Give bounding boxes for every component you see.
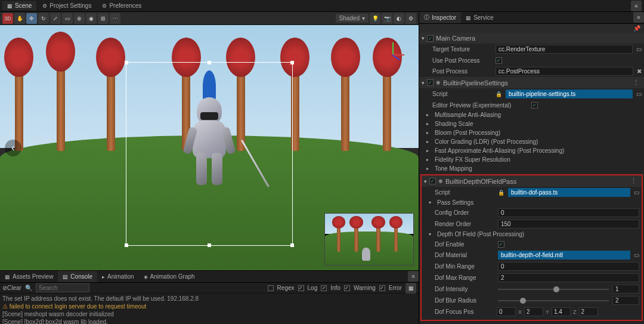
- asset-picker-icon[interactable]: ▭: [636, 91, 642, 97]
- prop-label: Dof Intensity: [435, 286, 494, 292]
- builtin-pipeline-header[interactable]: ▾ ❋ BuiltinPipelineSettings ⋮: [419, 77, 644, 88]
- console-search[interactable]: [36, 283, 89, 292]
- tab-preferences[interactable]: ⚙Preferences: [97, 1, 146, 10]
- dof-blur-radius-input[interactable]: [612, 296, 639, 305]
- dof-blur-radius-slider[interactable]: [498, 297, 609, 304]
- dof-min-range-input[interactable]: [498, 262, 639, 271]
- log-checkbox[interactable]: [298, 285, 304, 291]
- tab-animation-graph[interactable]: ◈Animation Graph: [139, 271, 200, 282]
- config-order-input[interactable]: [498, 208, 639, 217]
- scene-canvas[interactable]: ‹: [0, 25, 419, 270]
- asset-picker-icon[interactable]: ▭: [636, 46, 642, 53]
- error-checkbox[interactable]: [379, 285, 385, 291]
- pin-icon[interactable]: 📌: [633, 25, 640, 32]
- node-header[interactable]: ▾ Main Camera: [419, 33, 644, 44]
- light-toggle[interactable]: 💡: [370, 13, 380, 24]
- settings-toggle[interactable]: ⚙: [405, 13, 416, 24]
- dof-enable-checkbox[interactable]: [498, 241, 504, 248]
- dof-pass-header[interactable]: ▾ ❋ BuiltinDepthOfFieldPass ⋮: [422, 175, 642, 187]
- chevron-down-icon: ▾: [362, 15, 365, 21]
- tool-hand[interactable]: ✋: [14, 13, 25, 24]
- bottom-panel: ▦Assets Preview ▤Console ▸Animation ◈Ani…: [0, 270, 419, 324]
- console-body[interactable]: The set IP address does not exist. The d…: [0, 294, 419, 324]
- component-menu[interactable]: ⋮: [630, 79, 642, 87]
- focus-pos-w[interactable]: [579, 307, 598, 316]
- pass-settings-header[interactable]: ▾Pass Settings: [422, 198, 642, 207]
- script-field[interactable]: [506, 90, 633, 98]
- tool-scale[interactable]: ⤢: [50, 13, 61, 24]
- scene-icon: ▦: [7, 3, 13, 9]
- clear-button[interactable]: ⊘Clear: [2, 285, 21, 291]
- target-texture-field[interactable]: [496, 45, 633, 54]
- graph-icon: ◈: [144, 274, 148, 280]
- lock-icon: 🔒: [496, 91, 502, 97]
- tab-scene[interactable]: ▦Scene: [2, 1, 36, 10]
- tool-extra[interactable]: ⋯: [110, 13, 120, 24]
- tool-rect[interactable]: ▭: [62, 13, 73, 24]
- menu-button[interactable]: ≡: [408, 271, 419, 282]
- tool-anchor[interactable]: ◉: [86, 13, 97, 24]
- orientation-gizmo[interactable]: [378, 40, 407, 69]
- tool-transform[interactable]: ⊕: [74, 13, 85, 24]
- regex-checkbox[interactable]: [268, 285, 274, 291]
- collapse-color-grading[interactable]: ▸Color Grading (LDR) (Post Processing): [419, 137, 644, 146]
- inspector-icon: ⓘ: [424, 14, 429, 21]
- collapse-shading-scale[interactable]: ▸Shading Scale: [419, 119, 644, 128]
- nav-prev-button[interactable]: ‹: [5, 140, 21, 156]
- collapse-fsr[interactable]: ▸Fidelity FX Super Resolution: [419, 155, 644, 164]
- render-order-input[interactable]: [498, 220, 639, 229]
- collapse-msaa[interactable]: ▸Multisample Anti-Aliasing: [419, 110, 644, 119]
- tab-animation[interactable]: ▸Animation: [97, 271, 138, 282]
- collapse-fxaa[interactable]: ▸Fast Approximate Anti-Aliasing (Post Pr…: [419, 146, 644, 155]
- dof-section-header[interactable]: ▾Depth Of Field (Post Processing): [422, 230, 642, 239]
- component-menu[interactable]: ⋮: [628, 177, 639, 185]
- asset-picker-icon[interactable]: ▭: [634, 252, 639, 258]
- chevron-down-icon: ▾: [422, 80, 425, 86]
- tool-move[interactable]: ✥: [26, 13, 37, 24]
- tab-service[interactable]: ▦Service: [461, 12, 498, 23]
- chevron-right-icon: ▸: [426, 130, 432, 135]
- warning-checkbox[interactable]: [344, 285, 350, 291]
- tool-snap[interactable]: ⊞: [98, 13, 109, 24]
- tab-console[interactable]: ▤Console: [58, 271, 97, 282]
- tab-inspector[interactable]: ⓘInspector: [419, 12, 461, 23]
- prop-label: Dof Enable: [435, 241, 494, 248]
- clear-icon[interactable]: ✖: [637, 68, 642, 75]
- focus-pos-y[interactable]: [524, 307, 543, 316]
- focus-pos-x[interactable]: [497, 307, 516, 316]
- dof-intensity-input[interactable]: [612, 285, 639, 294]
- log-line: The set IP address does not exist. The d…: [2, 295, 416, 303]
- log-line: [Scene] [box2d]:box2d wasm lib loaded.: [2, 318, 416, 324]
- collapse-tone-mapping[interactable]: ▸Tone Mapping: [419, 164, 644, 173]
- axis-x-label: X: [518, 309, 522, 315]
- collapse-bloom[interactable]: ▸Bloom (Post Processing): [419, 128, 644, 137]
- dof-material-field[interactable]: [498, 251, 630, 260]
- tab-assets-preview[interactable]: ▦Assets Preview: [0, 271, 58, 282]
- mode-3d-button[interactable]: 3D: [2, 13, 13, 24]
- dof-intensity-slider[interactable]: [498, 286, 609, 293]
- console-more[interactable]: ▦: [405, 283, 416, 294]
- component-enable-checkbox[interactable]: [429, 178, 436, 184]
- gear-icon: ⚙: [42, 3, 47, 9]
- scene-viewport[interactable]: 3D ✋ ✥ ↻ ⤢ ▭ ⊕ ◉ ⊞ ⋯ Shaded▾ 💡 📷 ◐ ⚙: [0, 12, 419, 270]
- asset-picker-icon[interactable]: ▭: [634, 189, 639, 196]
- use-post-process-checkbox[interactable]: [496, 57, 502, 64]
- script-field[interactable]: [508, 188, 630, 197]
- menu-button[interactable]: ≡: [631, 1, 642, 11]
- tool-rotate[interactable]: ↻: [38, 13, 49, 24]
- component-icon: ❋: [438, 178, 443, 184]
- node-enable-checkbox[interactable]: [427, 35, 434, 42]
- dof-max-range-input[interactable]: [498, 273, 639, 282]
- focus-pos-z[interactable]: [552, 307, 571, 316]
- post-process-field[interactable]: [496, 67, 633, 76]
- gizmo-toggle[interactable]: ◐: [394, 13, 404, 24]
- log-line: failed to connect login server due to re…: [2, 303, 416, 310]
- info-checkbox[interactable]: [321, 285, 327, 291]
- editor-preview-checkbox[interactable]: [531, 102, 538, 109]
- selection-box[interactable]: [126, 62, 293, 246]
- shading-dropdown[interactable]: Shaded▾: [336, 14, 369, 23]
- menu-button[interactable]: ≡: [633, 12, 644, 23]
- component-enable-checkbox[interactable]: [427, 79, 434, 86]
- camera-toggle[interactable]: 📷: [382, 13, 392, 24]
- tab-project-settings[interactable]: ⚙Project Settings: [38, 1, 96, 10]
